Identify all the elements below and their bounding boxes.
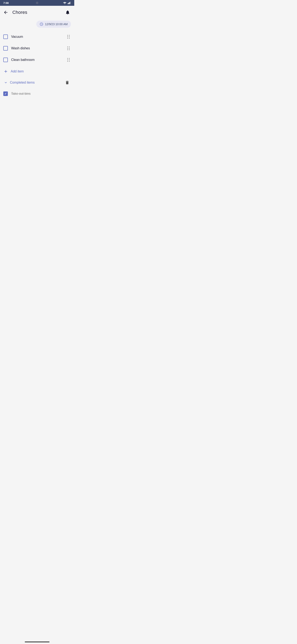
wifi-icon xyxy=(63,2,66,4)
completed-label: Completed items xyxy=(10,81,63,84)
add-item-row[interactable]: Add item xyxy=(0,66,74,77)
clock-icon xyxy=(40,22,43,26)
add-icon xyxy=(3,69,8,74)
list-item: Wash dishes xyxy=(0,42,74,54)
datetime-chip-container: 12/9/23 10:00 AM xyxy=(0,19,74,31)
status-bar: 7:08 xyxy=(0,0,74,6)
expand-icon xyxy=(3,80,8,85)
take-out-bins-label: Take out bins xyxy=(11,92,71,96)
clean-bathroom-checkbox[interactable] xyxy=(3,58,8,62)
take-out-bins-checkbox[interactable] xyxy=(3,92,8,96)
datetime-text: 12/9/23 10:00 AM xyxy=(45,22,68,26)
svg-rect-2 xyxy=(68,3,69,4)
svg-rect-3 xyxy=(69,2,70,4)
task-list: Vacuum Wash dishes xyxy=(0,31,74,100)
wash-dishes-label: Wash dishes xyxy=(11,46,66,50)
bell-icon xyxy=(65,10,70,15)
wash-dishes-checkbox[interactable] xyxy=(3,46,8,50)
vacuum-checkbox[interactable] xyxy=(3,34,8,39)
trash-icon xyxy=(65,80,69,85)
list-item: Vacuum xyxy=(0,31,74,42)
camera-dot xyxy=(36,2,38,4)
status-time: 7:08 xyxy=(3,2,9,4)
vacuum-label: Vacuum xyxy=(11,35,66,38)
list-item: Clean bathroom xyxy=(0,54,74,66)
vacuum-drag-handle[interactable] xyxy=(66,34,71,39)
clean-bathroom-drag-handle[interactable] xyxy=(66,58,71,62)
svg-rect-4 xyxy=(70,2,71,4)
datetime-chip[interactable]: 12/9/23 10:00 AM xyxy=(36,21,71,28)
clean-bathroom-label: Clean bathroom xyxy=(11,58,66,62)
delete-completed-button[interactable] xyxy=(63,79,71,86)
status-icons xyxy=(63,2,71,4)
app-bar: Chores xyxy=(0,6,74,19)
svg-point-0 xyxy=(64,4,65,4)
completed-section-header[interactable]: Completed items xyxy=(0,77,74,88)
back-button[interactable] xyxy=(1,8,11,17)
add-item-label: Add item xyxy=(11,70,24,73)
notifications-button[interactable] xyxy=(63,8,73,17)
app-bar-left: Chores xyxy=(1,8,27,17)
back-arrow-icon xyxy=(3,10,8,15)
wash-dishes-drag-handle[interactable] xyxy=(66,46,71,51)
svg-rect-1 xyxy=(68,3,68,4)
page-title: Chores xyxy=(12,10,27,15)
list-item: Take out bins xyxy=(0,88,74,100)
signal-icon xyxy=(68,2,71,4)
